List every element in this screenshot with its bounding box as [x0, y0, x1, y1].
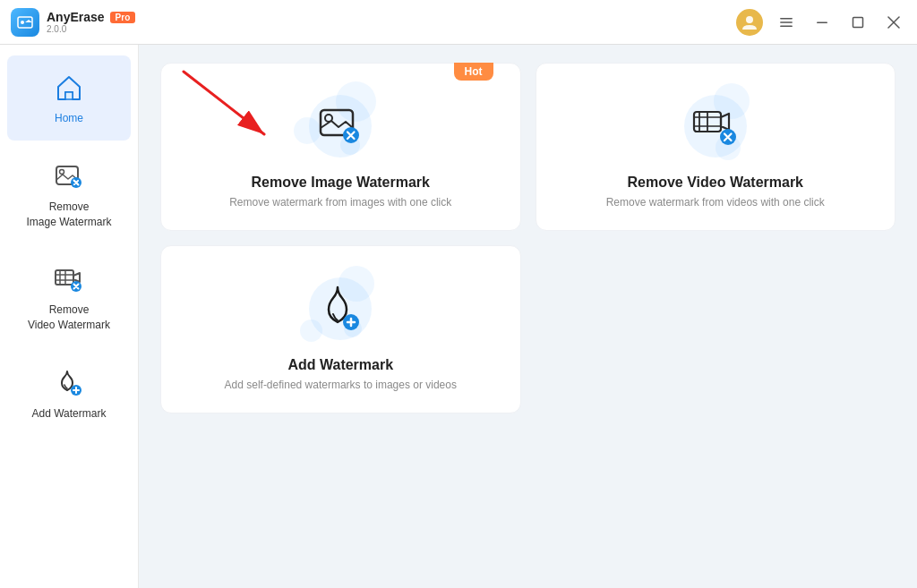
remove-video-card-desc: Remove watermark from videos with one cl…	[606, 196, 825, 209]
top-cards-grid: Hot	[160, 63, 896, 231]
sidebar-item-remove-video[interactable]: RemoveVideo Watermark	[7, 247, 131, 347]
content-area: Hot	[139, 45, 917, 588]
svg-rect-7	[853, 17, 863, 27]
remove-video-card-icon	[680, 90, 751, 162]
sidebar-remove-video-label: RemoveVideo Watermark	[28, 303, 110, 333]
bottom-cards-grid: Add Watermark Add self-defined watermark…	[160, 245, 896, 413]
minimize-button[interactable]	[810, 10, 835, 35]
svg-point-2	[746, 16, 753, 23]
remove-image-card-title: Remove Image Watermark	[252, 175, 431, 191]
remove-image-card-icon	[304, 90, 376, 162]
add-watermark-card-icon	[304, 273, 376, 345]
svg-rect-5	[780, 25, 793, 27]
sidebar: Home RemoveImage Watermark	[0, 45, 139, 588]
add-watermark-card-title: Add Watermark	[287, 357, 393, 373]
empty-bottom-slot	[536, 245, 896, 413]
title-bar-right	[736, 9, 906, 36]
user-avatar[interactable]	[736, 9, 763, 36]
svg-rect-4	[780, 21, 793, 23]
svg-rect-14	[56, 270, 73, 285]
svg-point-1	[21, 21, 24, 24]
remove-video-icon	[51, 261, 87, 297]
hot-badge: Hot	[454, 63, 493, 81]
add-watermark-card[interactable]: Add Watermark Add self-defined watermark…	[160, 245, 521, 413]
sidebar-item-remove-image[interactable]: RemoveImage Watermark	[7, 144, 131, 244]
menu-button[interactable]	[774, 10, 799, 35]
app-name-wrap: AnyErase Pro 2.0.0	[47, 10, 135, 34]
remove-image-icon	[51, 158, 87, 194]
remove-video-card-title: Remove Video Watermark	[627, 175, 803, 191]
remove-video-card[interactable]: Remove Video Watermark Remove watermark …	[536, 63, 896, 231]
remove-image-card-desc: Remove watermark from images with one cl…	[229, 196, 451, 209]
svg-point-12	[60, 169, 64, 174]
svg-rect-6	[817, 21, 827, 23]
sidebar-remove-image-label: RemoveImage Watermark	[27, 200, 112, 230]
title-bar: AnyErase Pro 2.0.0	[0, 0, 917, 45]
app-icon	[11, 8, 39, 37]
maximize-button[interactable]	[845, 10, 870, 35]
sidebar-item-add-watermark[interactable]: Add Watermark	[7, 351, 131, 436]
add-watermark-card-desc: Add self-defined watermarks to images or…	[225, 379, 457, 391]
sidebar-add-watermark-label: Add Watermark	[32, 406, 107, 422]
add-watermark-icon	[51, 365, 87, 401]
title-bar-left: AnyErase Pro 2.0.0	[11, 8, 736, 37]
sidebar-item-home[interactable]: Home	[7, 55, 131, 141]
close-button[interactable]	[881, 10, 906, 35]
sidebar-home-label: Home	[55, 111, 83, 126]
pro-badge: Pro	[110, 12, 136, 23]
svg-rect-3	[780, 18, 793, 20]
home-icon	[51, 70, 87, 106]
svg-rect-10	[65, 92, 73, 99]
app-title: AnyErase	[47, 10, 105, 24]
remove-image-card[interactable]: Hot	[160, 63, 521, 231]
main-layout: Home RemoveImage Watermark	[0, 45, 917, 588]
app-version: 2.0.0	[47, 24, 135, 34]
